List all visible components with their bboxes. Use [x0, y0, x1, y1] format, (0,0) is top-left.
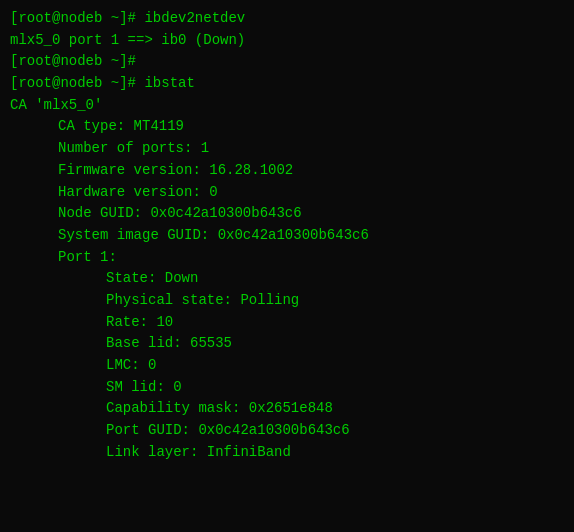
terminal-line: [root@nodeb ~]# ibdev2netdev [10, 8, 564, 30]
terminal-line: Physical state: Polling [10, 290, 564, 312]
terminal-line: Port 1: [10, 247, 564, 269]
terminal-line: Node GUID: 0x0c42a10300b643c6 [10, 203, 564, 225]
terminal-line: Port GUID: 0x0c42a10300b643c6 [10, 420, 564, 442]
terminal-line: Number of ports: 1 [10, 138, 564, 160]
terminal-line: Hardware version: 0 [10, 182, 564, 204]
terminal-line: Firmware version: 16.28.1002 [10, 160, 564, 182]
terminal-line: CA type: MT4119 [10, 116, 564, 138]
terminal-line: State: Down [10, 268, 564, 290]
terminal-window: [root@nodeb ~]# ibdev2netdevmlx5_0 port … [0, 0, 574, 532]
terminal-line: Link layer: InfiniBand [10, 442, 564, 464]
terminal-line: Capability mask: 0x2651e848 [10, 398, 564, 420]
terminal-line: SM lid: 0 [10, 377, 564, 399]
terminal-line: CA 'mlx5_0' [10, 95, 564, 117]
terminal-line: [root@nodeb ~]# ibstat [10, 73, 564, 95]
terminal-line: Base lid: 65535 [10, 333, 564, 355]
terminal-line: Rate: 10 [10, 312, 564, 334]
terminal-line: mlx5_0 port 1 ==> ib0 (Down) [10, 30, 564, 52]
terminal-line: [root@nodeb ~]# [10, 51, 564, 73]
terminal-line: LMC: 0 [10, 355, 564, 377]
terminal-line: System image GUID: 0x0c42a10300b643c6 [10, 225, 564, 247]
